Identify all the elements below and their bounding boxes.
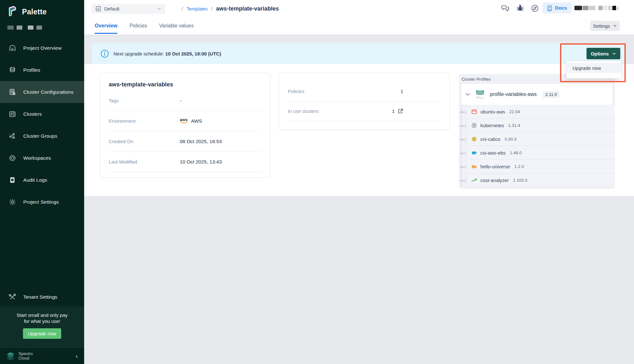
promo-line1: Start small and only pay <box>0 312 84 318</box>
layer-connector <box>459 110 467 114</box>
tab-variable-values[interactable]: Variable values <box>159 23 193 34</box>
network-globe-icon <box>471 136 477 142</box>
environment-value: AWS <box>191 118 202 124</box>
sidebar-item-tenant-settings[interactable]: Tenant Settings <box>0 289 84 305</box>
layer-version: 1.103.3 <box>513 178 527 183</box>
layer-row-cni-calico[interactable]: cni-calico 3.30.3 <box>467 132 615 146</box>
kubernetes-icon <box>471 123 477 128</box>
explore-compass-button[interactable] <box>530 4 540 13</box>
project-selector-value: Default <box>104 6 120 11</box>
audit-log-icon <box>9 176 16 184</box>
breadcrumb-separator: / <box>211 6 213 12</box>
options-button[interactable]: Options <box>587 48 620 59</box>
brand-line2: Cloud <box>18 356 33 360</box>
sidebar-item-audit-logs[interactable]: Audit Logs <box>0 169 84 191</box>
sidebar-item-project-settings[interactable]: Project Settings <box>0 191 84 213</box>
row-label: Last Modified <box>109 159 180 164</box>
sidebar-item-cluster-configurations[interactable]: Cluster Configurations <box>0 81 84 103</box>
profile-version-chip: 2.11.0 <box>543 91 560 98</box>
layer-version: 1.48.0 <box>510 150 522 155</box>
template-detail-rows: Tags - Environment aws AWS Created On 08… <box>109 91 261 172</box>
sidebar-item-label: Workspaces <box>23 155 51 161</box>
chevron-down-icon <box>613 24 617 28</box>
sidebar: Palette Project Overview Profiles Clu <box>0 0 84 364</box>
tab-overview[interactable]: Overview <box>95 23 117 34</box>
tab-policies[interactable]: Policies <box>129 23 147 34</box>
banner-text-prefix: Next upgrade schedule: <box>113 51 165 56</box>
layer-connector <box>459 137 467 142</box>
sidebar-item-label: Profiles <box>23 67 40 73</box>
template-title: aws-template-variables <box>109 81 270 88</box>
template-overview-card: aws-template-variables Tags - Environmen… <box>100 73 270 178</box>
layers-stack-icon <box>9 66 16 74</box>
chevron-down-icon[interactable] <box>465 92 470 96</box>
project-chart-icon <box>96 6 101 11</box>
report-bug-button[interactable] <box>515 4 525 13</box>
sidebar-item-profiles[interactable]: Profiles <box>0 59 84 81</box>
user-menu-redacted-name[interactable] <box>574 6 620 10</box>
layer-row-kubernetes[interactable]: kubernetes 1.31.4 <box>467 119 615 132</box>
promo-line2: for what you use! <box>0 318 84 324</box>
sidebar-collapse-chevron[interactable]: ‹ <box>76 353 78 359</box>
project-selector[interactable]: Default <box>92 4 165 14</box>
sidebar-item-cluster-groups[interactable]: Cluster Groups <box>0 125 84 147</box>
layer-name: kubernetes <box>480 123 504 128</box>
detail-row-tags: Tags - <box>109 91 261 111</box>
sidebar-item-label: Cluster Groups <box>23 133 57 139</box>
docs-button[interactable]: Docs <box>543 3 572 13</box>
layer-row-hello-universe[interactable]: hello-universe 1.2.0 <box>467 160 615 173</box>
layer-connector <box>459 151 467 156</box>
network-nodes-icon <box>9 132 16 140</box>
options-dropdown-menu: Upgrade now <box>566 61 621 78</box>
sidebar-item-project-overview[interactable]: Project Overview <box>0 37 84 59</box>
layer-version: 1.2.0 <box>514 164 524 169</box>
layer-row-ubuntu-aws[interactable]: ubuntu-aws 22.04 <box>467 105 615 119</box>
cluster-profile-header[interactable]: FULL profile-variables-aws 2.11.0 <box>461 84 613 105</box>
in-use-clusters-count: 1 <box>392 108 395 114</box>
page: { "sidebar": { "logo_text": "Palette", "… <box>0 0 634 364</box>
breadcrumb: / Templates / aws-template-variables <box>182 4 279 14</box>
banner-text-schedule: 10 Oct 2025, 18:00 (UTC) <box>165 51 221 56</box>
row-value: - <box>180 98 181 104</box>
menu-item-upgrade-now[interactable]: Upgrade now <box>566 63 621 73</box>
row-value: 10 Oct 2025, 13:43 <box>180 159 222 165</box>
upgrade-promo: Start small and only pay for what you us… <box>0 307 84 347</box>
info-icon <box>100 49 109 58</box>
tools-icon <box>9 293 16 301</box>
sidebar-item-clusters[interactable]: Clusters <box>0 103 84 125</box>
layer-name: cost-analyzer <box>480 178 509 183</box>
layer-name: csi-aws-ebs <box>480 150 506 156</box>
layer-name: cni-calico <box>480 136 500 142</box>
storage-disk-icon <box>471 150 477 156</box>
sidebar-item-label: Cluster Configurations <box>23 89 74 95</box>
row-value: aws AWS <box>180 118 202 124</box>
chevron-down-icon <box>612 52 616 56</box>
palette-logo-icon <box>6 5 18 18</box>
spectro-cloud-wordmark: Spectro Cloud <box>18 352 33 360</box>
breadcrumb-link-templates[interactable]: Templates <box>186 6 208 11</box>
settings-button[interactable]: Settings <box>590 21 620 31</box>
chevron-down-icon <box>615 7 619 11</box>
cluster-profiles-panel: Cluster Profiles FULL profile-variables-… <box>459 74 615 189</box>
sidebar-menu: Project Overview Profiles Cluster Config… <box>0 37 84 213</box>
upgrade-schedule-banner: Next upgrade schedule: 10 Oct 2025, 18:0… <box>92 43 625 64</box>
docs-book-icon <box>547 5 552 11</box>
row-value: 1 <box>400 89 403 94</box>
layer-row-csi-aws-ebs[interactable]: csi-aws-ebs 1.48.0 <box>467 146 615 160</box>
sidebar-item-workspaces[interactable]: Workspaces <box>0 147 84 169</box>
feedback-chat-button[interactable] <box>500 4 510 13</box>
folder-icon <box>471 164 477 169</box>
profile-type-icon-wrap: FULL <box>474 90 486 99</box>
usage-rows: Policies 1 In use clusters 1 <box>288 82 441 121</box>
os-layer-icon <box>471 109 477 114</box>
sidebar-item-label: Audit Logs <box>23 177 47 183</box>
orbit-icon <box>9 154 16 162</box>
layer-row-cost-analyzer[interactable]: cost-analyzer 1.103.3 <box>467 173 615 187</box>
external-link-icon[interactable] <box>398 108 403 114</box>
topbar: Default / Templates / aws-template-varia… <box>84 0 634 34</box>
user-menu-chevron[interactable] <box>615 7 619 11</box>
logo-text: Palette <box>22 8 47 16</box>
detail-row-created-on: Created On 08 Oct 2025, 16:53 <box>109 131 261 152</box>
layer-name: hello-universe <box>480 164 510 169</box>
upgrade-now-button[interactable]: Upgrade now <box>23 328 61 339</box>
